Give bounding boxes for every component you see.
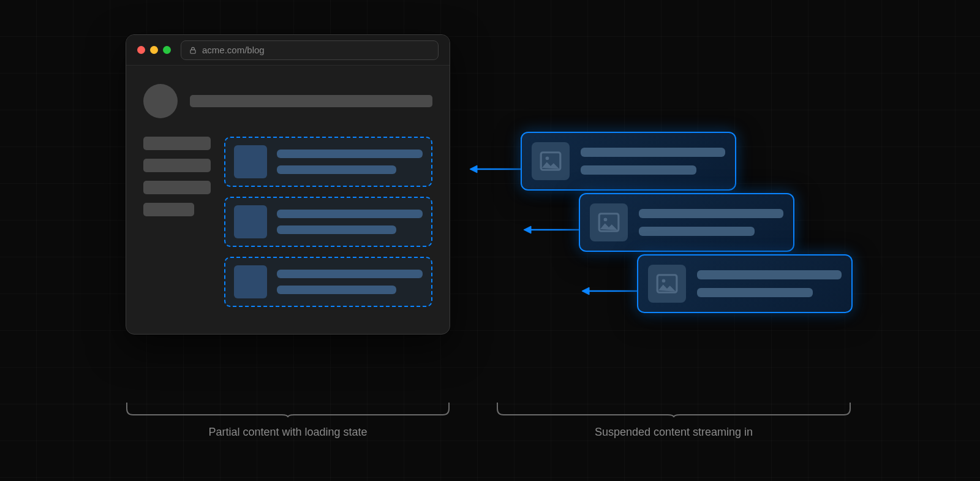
content-slots: [224, 137, 432, 307]
page-header-skeleton: [143, 84, 432, 118]
card-text-skeleton: [697, 270, 842, 297]
svg-marker-8: [470, 165, 477, 173]
thumb-skeleton: [234, 145, 267, 178]
maximize-icon: [163, 46, 171, 54]
sidebar-item-skeleton: [143, 203, 194, 216]
loading-slot: [224, 257, 432, 307]
image-icon: [539, 150, 562, 173]
card-thumb: [532, 142, 570, 180]
svg-point-6: [662, 279, 666, 282]
bracket-icon: [496, 401, 851, 417]
thumb-skeleton: [234, 265, 267, 298]
loading-slot: [224, 137, 432, 187]
lock-icon: [189, 46, 197, 55]
browser-titlebar: acme.com/blog: [126, 35, 450, 66]
url-bar: acme.com/blog: [181, 40, 439, 60]
streaming-cards-area: [521, 132, 864, 340]
streaming-card: [521, 132, 736, 191]
browser-body: [126, 66, 450, 324]
arrow-left-icon: [469, 163, 521, 175]
svg-point-4: [604, 218, 608, 221]
card-thumb: [648, 265, 686, 303]
svg-marker-10: [524, 226, 531, 233]
card-thumb: [590, 203, 628, 241]
bracket-icon: [126, 401, 450, 417]
arrow-left-icon: [581, 285, 637, 297]
avatar-skeleton: [143, 84, 178, 118]
close-icon: [137, 46, 145, 54]
title-skeleton: [190, 95, 432, 107]
card-text-skeleton: [639, 209, 783, 236]
streaming-card: [637, 254, 853, 313]
page-columns: [143, 137, 432, 307]
url-text: acme.com/blog: [202, 45, 265, 55]
caption-left: Partial content with loading state: [126, 426, 450, 439]
image-icon: [655, 272, 679, 295]
text-skeleton: [277, 210, 423, 234]
arrow-left-icon: [522, 224, 579, 236]
sidebar-item-skeleton: [143, 181, 211, 194]
caption-left-group: Partial content with loading state: [126, 401, 450, 439]
streaming-card: [579, 193, 794, 252]
browser-window: acme.com/blog: [126, 34, 450, 335]
svg-rect-0: [190, 50, 195, 53]
loading-slot: [224, 197, 432, 247]
svg-point-2: [546, 156, 549, 160]
card-text-skeleton: [581, 148, 725, 175]
thumb-skeleton: [234, 205, 267, 238]
caption-right-group: Suspended content streaming in: [496, 401, 851, 439]
traffic-lights: [137, 46, 171, 54]
sidebar-skeleton: [143, 137, 211, 307]
sidebar-item-skeleton: [143, 159, 211, 172]
svg-marker-12: [582, 287, 589, 295]
text-skeleton: [277, 150, 423, 174]
image-icon: [597, 211, 620, 234]
text-skeleton: [277, 270, 423, 294]
sidebar-item-skeleton: [143, 137, 211, 150]
minimize-icon: [150, 46, 158, 54]
caption-right: Suspended content streaming in: [496, 426, 851, 439]
